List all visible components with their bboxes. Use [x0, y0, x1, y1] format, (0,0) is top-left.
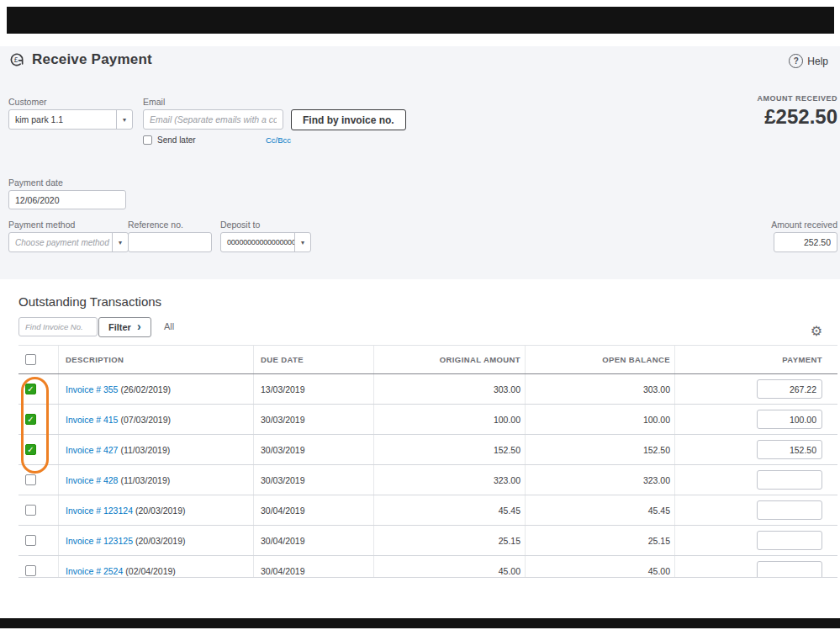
row-checkbox[interactable]: ✓	[25, 384, 36, 394]
row-checkbox[interactable]: ✓	[25, 444, 36, 455]
page-title: Receive Payment	[32, 51, 152, 68]
invoice-link[interactable]: Invoice # 123124	[66, 506, 133, 516]
open-balance-cell: 45.00	[526, 556, 675, 578]
invoice-link[interactable]: Invoice # 2524	[66, 566, 123, 576]
due-date-cell: 30/03/2019	[254, 405, 374, 434]
email-label: Email	[143, 97, 165, 107]
deposit-to-label: Deposit to	[220, 220, 260, 230]
table-row: Invoice # 2524 (02/04/2019) 30/04/2019 4…	[18, 556, 837, 578]
svg-text:£: £	[14, 56, 18, 64]
due-date-cell: 13/03/2019	[254, 374, 374, 404]
amount-received-value: £252.50	[757, 105, 837, 129]
table-row: ✓ Invoice # 355 (26/02/2019) 13/03/2019 …	[18, 374, 837, 405]
col-description: DESCRIPTION	[59, 346, 254, 373]
invoice-link[interactable]: Invoice # 427	[66, 445, 118, 455]
payment-input[interactable]	[757, 561, 822, 578]
row-checkbox[interactable]	[25, 565, 36, 576]
original-amount-cell: 25.15	[374, 526, 526, 555]
invoice-date: (26/02/2019)	[120, 384, 171, 394]
due-date-cell: 30/03/2019	[254, 465, 374, 495]
due-date-cell: 30/04/2019	[254, 526, 374, 555]
original-amount-cell: 152.50	[374, 435, 526, 464]
row-checkbox[interactable]	[25, 474, 36, 485]
amount-received-summary: AMOUNT RECEIVED £252.50	[757, 94, 837, 129]
original-amount-cell: 45.45	[374, 495, 526, 525]
table-header-row: DESCRIPTION DUE DATE ORIGINAL AMOUNT OPE…	[18, 345, 837, 374]
send-later-control[interactable]: Send later	[143, 135, 196, 145]
help-button[interactable]: ? Help	[789, 54, 828, 68]
open-balance-cell: 100.00	[526, 405, 675, 434]
chevron-down-icon[interactable]: ▾	[116, 110, 132, 129]
send-later-checkbox[interactable]	[143, 135, 152, 145]
row-checkbox[interactable]: ✓	[25, 414, 36, 425]
payment-date-input[interactable]	[8, 190, 126, 209]
customer-select[interactable]: kim park 1.1 ▾	[8, 109, 133, 130]
payment-method-select[interactable]: Choose payment method ▾	[8, 232, 129, 252]
col-open-balance: OPEN BALANCE	[526, 346, 675, 373]
invoice-date: (20/03/2019)	[135, 536, 186, 546]
table-row: Invoice # 428 (11/03/2019) 30/03/2019 32…	[18, 465, 837, 495]
payment-input[interactable]	[757, 470, 822, 490]
page-header: £ Receive Payment	[8, 51, 152, 68]
table-body: ✓ Invoice # 355 (26/02/2019) 13/03/2019 …	[18, 374, 837, 578]
invoice-date: (02/04/2019)	[125, 566, 176, 576]
invoice-link[interactable]: Invoice # 123125	[66, 536, 133, 546]
select-all-checkbox[interactable]	[25, 354, 36, 365]
due-date-cell: 30/04/2019	[254, 495, 374, 525]
chevron-right-icon: ›	[137, 320, 141, 332]
filter-button[interactable]: Filter ›	[98, 317, 151, 337]
invoice-date: (11/03/2019)	[120, 475, 170, 485]
find-by-invoice-button[interactable]: Find by invoice no.	[291, 109, 406, 130]
deposit-to-value: 00000000000000000	[221, 233, 294, 251]
row-checkbox[interactable]	[25, 535, 36, 546]
table-row: Invoice # 123124 (20/03/2019) 30/04/2019…	[18, 495, 837, 526]
help-icon: ?	[789, 54, 803, 68]
chevron-down-icon[interactable]: ▾	[294, 233, 310, 251]
table-row: ✓ Invoice # 415 (07/03/2019) 30/03/2019 …	[18, 405, 837, 435]
payment-input[interactable]	[757, 500, 822, 520]
find-invoice-input[interactable]	[18, 317, 98, 336]
payment-input[interactable]	[757, 440, 822, 459]
amount-received-input[interactable]	[774, 232, 837, 252]
payment-method-placeholder: Choose payment method	[9, 233, 112, 251]
invoice-date: (20/03/2019)	[135, 506, 186, 516]
open-balance-cell: 323.00	[526, 465, 675, 495]
amount-received-field-label: Amount received	[771, 220, 837, 230]
transactions-table: DESCRIPTION DUE DATE ORIGINAL AMOUNT OPE…	[18, 345, 837, 578]
customer-label: Customer	[8, 97, 47, 107]
bottom-black-bar	[0, 618, 840, 628]
gear-icon[interactable]: ⚙	[811, 325, 822, 338]
email-input[interactable]	[143, 109, 283, 130]
invoice-date: (11/03/2019)	[120, 445, 170, 455]
col-payment: PAYMENT	[675, 346, 837, 373]
receive-payment-icon: £	[8, 51, 25, 68]
payment-input[interactable]	[757, 410, 822, 429]
payment-input[interactable]	[757, 379, 822, 399]
table-row: ✓ Invoice # 427 (11/03/2019) 30/03/2019 …	[18, 435, 837, 465]
row-checkbox[interactable]	[25, 505, 36, 516]
due-date-cell: 30/03/2019	[254, 435, 374, 464]
invoice-link[interactable]: Invoice # 415	[66, 415, 118, 425]
due-date-cell: 30/04/2019	[254, 556, 374, 578]
outstanding-transactions-title: Outstanding Transactions	[18, 294, 161, 309]
open-balance-cell: 25.15	[526, 526, 675, 555]
top-black-bar	[7, 7, 834, 34]
open-balance-cell: 45.45	[526, 495, 675, 525]
send-later-label: Send later	[157, 135, 196, 145]
invoice-link[interactable]: Invoice # 355	[66, 384, 118, 394]
open-balance-cell: 152.50	[526, 435, 675, 464]
invoice-link[interactable]: Invoice # 428	[66, 475, 118, 485]
filter-label: Filter	[108, 322, 131, 332]
open-balance-cell: 303.00	[526, 374, 675, 404]
chevron-down-icon[interactable]: ▾	[112, 233, 128, 251]
deposit-to-select[interactable]: 00000000000000000 ▾	[220, 232, 311, 252]
ccbcc-link[interactable]: Cc/Bcc	[266, 135, 291, 145]
payment-date-label: Payment date	[8, 177, 63, 188]
payment-input[interactable]	[757, 531, 822, 550]
original-amount-cell: 45.00	[374, 556, 526, 578]
original-amount-cell: 303.00	[374, 374, 526, 404]
filter-all-label: All	[164, 321, 174, 331]
table-row: Invoice # 123125 (20/03/2019) 30/04/2019…	[18, 526, 837, 556]
reference-no-input[interactable]	[128, 232, 212, 252]
invoice-date: (07/03/2019)	[120, 415, 171, 425]
